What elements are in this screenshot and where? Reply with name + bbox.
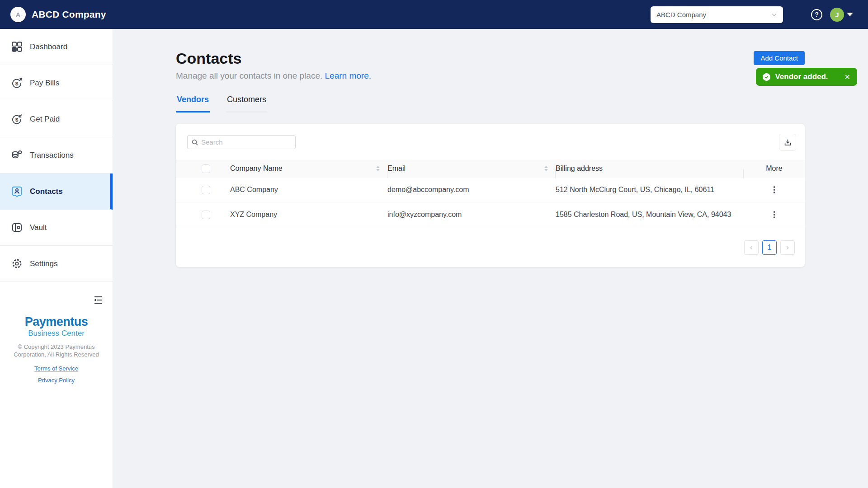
page-subtitle-text: Manage all your contacts in one place. — [176, 71, 322, 80]
search-icon — [192, 139, 198, 145]
company-selector-dropdown[interactable]: ABCD Company — [651, 6, 783, 23]
sidebar-item-label: Contacts — [30, 187, 63, 196]
brand-name: ABCD Company — [32, 9, 106, 20]
cell-company: XYZ Company — [230, 211, 277, 219]
chevron-down-icon — [771, 11, 778, 18]
toast-message: Vendor added. — [775, 72, 828, 81]
sidebar-item-label: Pay Bills — [30, 79, 59, 88]
top-navbar: A ABCD Company ABCD Company ? J — [0, 0, 868, 29]
settings-gear-icon — [11, 258, 23, 270]
sidebar-item-vault[interactable]: Vault — [0, 210, 113, 246]
search-box — [187, 135, 296, 149]
logo-subtitle: Business Center — [0, 329, 113, 338]
pay-bills-dollar-out-icon: $ — [11, 77, 23, 89]
select-all-checkbox[interactable] — [202, 164, 210, 173]
column-header-billing: Billing address — [556, 164, 603, 173]
toast-close-icon[interactable]: ✕ — [844, 73, 850, 81]
table-header-row: Company Name Email Billing address More — [176, 160, 805, 178]
search-input[interactable] — [201, 138, 291, 146]
copyright-line2: Corporation, All Rights Reserved — [14, 351, 99, 358]
tab-vendors[interactable]: Vendors — [176, 95, 210, 113]
copyright-text: © Copyright 2023 Paymentus Corporation, … — [0, 343, 113, 358]
page-title: Contacts — [176, 50, 241, 67]
cell-email: info@xyzcompany.com — [387, 211, 462, 219]
help-icon[interactable]: ? — [811, 9, 822, 20]
pagination-page-1[interactable]: 1 — [762, 240, 777, 255]
sort-email-icon[interactable] — [544, 166, 548, 171]
company-logo-avatar: A — [10, 7, 26, 22]
page-subtitle: Manage all your contacts in one place. L… — [176, 71, 371, 81]
company-logo-initial: A — [16, 11, 21, 19]
sidebar-item-label: Transactions — [30, 151, 74, 160]
tab-customers[interactable]: Customers — [226, 95, 267, 113]
toast-check-icon — [763, 73, 770, 81]
add-contact-button[interactable]: Add Contact — [754, 51, 805, 65]
column-header-email: Email — [387, 164, 406, 173]
vault-wallet-icon — [11, 221, 23, 234]
column-header-more: More — [766, 164, 782, 173]
row-checkbox[interactable] — [202, 211, 210, 219]
get-paid-dollar-in-icon: $ — [11, 113, 23, 125]
privacy-policy-link[interactable]: Privacy Policy — [0, 377, 113, 384]
help-glyph: ? — [815, 11, 819, 18]
sidebar-item-transactions[interactable]: Transactions — [0, 137, 113, 174]
company-selector-value: ABCD Company — [656, 11, 771, 19]
column-header-company: Company Name — [230, 164, 283, 173]
sidebar-item-label: Vault — [30, 223, 47, 232]
transactions-coins-icon — [11, 149, 23, 161]
sidebar-item-label: Dashboard — [30, 42, 67, 52]
vendors-table: Company Name Email Billing address More — [176, 160, 805, 227]
cell-company: ABC Company — [230, 186, 278, 194]
sidebar-item-settings[interactable]: Settings — [0, 246, 113, 282]
copyright-line1: © Copyright 2023 Paymentus — [18, 343, 94, 350]
pagination-next-icon[interactable]: › — [780, 240, 795, 255]
sort-company-icon[interactable] — [376, 166, 380, 171]
pagination-prev-icon[interactable]: ‹ — [744, 240, 759, 255]
sidebar-item-dashboard[interactable]: Dashboard — [0, 29, 113, 65]
sidebar: Dashboard $ Pay Bills $ Get Paid — [0, 29, 113, 488]
user-menu-caret-icon[interactable] — [847, 13, 853, 16]
dashboard-grid-icon — [11, 41, 23, 53]
paymentus-logo: Paymentus — [0, 315, 113, 329]
main-content: Contacts Manage all your contacts in one… — [113, 29, 868, 488]
learn-more-link[interactable]: Learn more. — [325, 71, 371, 80]
svg-text:$: $ — [15, 80, 19, 87]
user-avatar-initial: J — [835, 11, 839, 19]
sidebar-item-pay-bills[interactable]: $ Pay Bills — [0, 65, 113, 101]
terms-of-service-link[interactable]: Terms of Service — [0, 365, 113, 372]
sidebar-item-get-paid[interactable]: $ Get Paid — [0, 101, 113, 137]
user-avatar[interactable]: J — [830, 8, 844, 22]
table-row: ABC Company demo@abccompany.com 512 Nort… — [176, 178, 805, 202]
app-screen: A ABCD Company ABCD Company ? J — [0, 0, 868, 488]
sidebar-nav: Dashboard $ Pay Bills $ Get Paid — [0, 29, 113, 282]
vendors-table-card: Company Name Email Billing address More — [176, 124, 805, 267]
row-more-kebab-icon[interactable] — [772, 209, 777, 220]
sidebar-item-label: Settings — [30, 259, 57, 268]
cell-billing: 512 North McClurg Court, US, Chicago, IL… — [556, 186, 714, 194]
download-icon[interactable] — [779, 134, 796, 151]
row-more-kebab-icon[interactable] — [772, 184, 777, 195]
contacts-badge-icon — [11, 185, 23, 197]
brand: A ABCD Company — [10, 7, 106, 22]
sidebar-collapse-icon[interactable] — [93, 294, 104, 306]
contacts-tabs: Vendors Customers — [176, 95, 267, 113]
sidebar-footer: Paymentus Business Center © Copyright 20… — [0, 293, 113, 384]
table-row: XYZ Company info@xyzcompany.com 1585 Cha… — [176, 202, 805, 227]
sidebar-item-label: Get Paid — [30, 115, 60, 124]
pagination: ‹ 1 › — [744, 240, 795, 255]
cell-email: demo@abccompany.com — [387, 186, 469, 194]
toast-vendor-added: Vendor added. ✕ — [756, 68, 857, 86]
cell-billing: 1585 Charleston Road, US, Mountain View,… — [556, 211, 731, 219]
svg-text:$: $ — [15, 117, 19, 123]
row-checkbox[interactable] — [202, 186, 210, 194]
sidebar-item-contacts[interactable]: Contacts — [0, 174, 113, 210]
navbar-right-group: ABCD Company ? J — [651, 6, 853, 23]
